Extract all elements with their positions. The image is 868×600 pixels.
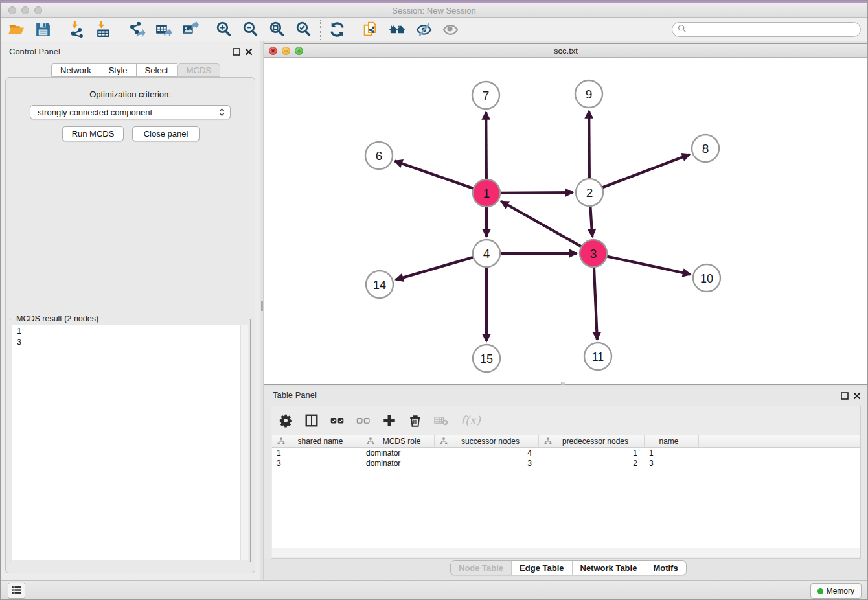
tab-network[interactable]: Network (51, 63, 100, 77)
tab-style[interactable]: Style (100, 63, 137, 77)
column-header-name[interactable]: name (645, 435, 699, 447)
edge-2-3[interactable] (590, 206, 592, 237)
select-all-columns-icon[interactable] (330, 413, 345, 428)
column-header-MCDS-role[interactable]: MCDS role (361, 435, 435, 447)
delete-table-icon (433, 413, 449, 428)
column-header-label: MCDS role (377, 437, 431, 446)
node-label-6: 6 (376, 149, 383, 163)
run-mcds-button[interactable]: Run MCDS (62, 126, 124, 141)
edge-1-7[interactable] (486, 112, 486, 179)
window-title: Session: New Session (1, 6, 867, 16)
node-label-11: 11 (592, 351, 604, 363)
network-view-titlebar[interactable]: scc.txt (264, 44, 867, 58)
search-input[interactable] (689, 25, 855, 35)
show-columns-icon[interactable] (304, 413, 319, 428)
node-label-4: 4 (483, 247, 490, 260)
table-row[interactable]: 3dominator323 (272, 458, 860, 468)
zoom-selected-icon[interactable] (294, 20, 313, 39)
clone-network-icon[interactable] (361, 20, 380, 39)
table-cell[interactable]: 1 (645, 448, 699, 458)
eye-slash-icon[interactable] (415, 20, 433, 39)
table-cell[interactable]: 3 (435, 458, 539, 468)
optimization-criterion-label: Optimization criterion: (6, 89, 255, 99)
mcds-panel: Optimization criterion: strongly connect… (5, 77, 255, 573)
node-table: shared nameMCDS rolesuccessor nodesprede… (272, 435, 860, 548)
table-cell[interactable]: dominator (361, 448, 435, 458)
open-folder-icon[interactable] (7, 20, 26, 39)
table-cell[interactable]: 4 (435, 448, 539, 458)
tab-edge-table[interactable]: Edge Table (511, 561, 571, 575)
export-table-icon[interactable] (154, 20, 173, 39)
zoom-out-icon[interactable] (241, 20, 260, 39)
unselect-all-columns-icon[interactable] (356, 413, 371, 428)
column-header-label: predecessor nodes (554, 437, 641, 446)
table-horizontal-scrollbar[interactable] (272, 548, 860, 557)
network-graph: 7968124314101511 (264, 58, 867, 384)
memory-button[interactable]: Memory (810, 583, 862, 599)
edge-2-8[interactable] (602, 154, 690, 187)
toolbar-group (328, 20, 347, 39)
tab-mcds[interactable]: MCDS (177, 63, 220, 77)
table-settings-gear-icon[interactable] (278, 413, 293, 428)
zoom-fit-icon[interactable] (268, 20, 286, 39)
add-column-icon[interactable] (382, 413, 397, 428)
close-panel-button[interactable]: Close panel (132, 126, 200, 141)
edge-4-14[interactable] (396, 257, 474, 280)
application-window: Session: New Session Control Panel Netwo… (0, 0, 868, 600)
function-builder-icon: f(x) (461, 413, 481, 427)
memory-label: Memory (827, 586, 854, 595)
window-resize-grip[interactable] (561, 382, 565, 385)
edge-1-6[interactable] (395, 161, 474, 189)
edge-3-10[interactable] (607, 256, 691, 274)
save-icon[interactable] (34, 20, 52, 39)
control-panel-tabs: NetworkStyleSelectMCDS (51, 63, 220, 77)
import-network-icon[interactable] (67, 20, 86, 39)
search-box[interactable] (672, 22, 861, 37)
refresh-icon[interactable] (328, 20, 347, 39)
column-header-successor-nodes[interactable]: successor nodes (435, 435, 539, 447)
table-row[interactable]: 1dominator411 (272, 448, 860, 458)
mcds-result-group: MCDS result (2 nodes) 13 (10, 319, 251, 562)
edge-2-9[interactable] (589, 111, 589, 179)
task-list-icon (11, 585, 22, 597)
delete-column-trash-icon[interactable] (407, 413, 423, 428)
tab-select[interactable]: Select (137, 63, 177, 77)
column-header-predecessor-nodes[interactable]: predecessor nodes (539, 435, 645, 447)
network-canvas[interactable]: 7968124314101511 (264, 58, 867, 384)
toolbar-group (128, 20, 200, 39)
table-cell[interactable]: dominator (361, 458, 435, 468)
tab-motifs[interactable]: Motifs (645, 561, 685, 575)
control-panel-title: Control Panel (9, 47, 60, 56)
criterion-dropdown[interactable]: strongly connected component (30, 105, 231, 119)
close-table-panel-icon[interactable] (853, 391, 861, 398)
float-table-panel-icon[interactable] (841, 391, 849, 398)
export-network-icon[interactable] (128, 20, 146, 39)
column-header-shared-name[interactable]: shared name (272, 435, 361, 447)
table-cell[interactable]: 3 (272, 458, 361, 468)
edge-1-2[interactable] (500, 192, 573, 193)
control-panel-header: Control Panel (1, 41, 260, 60)
divider-grip[interactable] (261, 301, 263, 311)
mcds-result-list[interactable]: 13 (12, 325, 248, 560)
table-cell[interactable]: 3 (645, 458, 699, 468)
table-cell[interactable]: 2 (539, 458, 645, 468)
table-cell[interactable]: 1 (539, 448, 645, 458)
export-image-icon[interactable] (181, 20, 200, 39)
tab-node-table[interactable]: Node Table (451, 561, 511, 575)
node-table-body: 1dominator4113dominator323 (272, 448, 860, 468)
houses-icon[interactable] (388, 20, 407, 39)
edge-3-11[interactable] (594, 267, 597, 340)
result-scrollbar[interactable] (240, 325, 248, 560)
node-label-9: 9 (586, 87, 593, 101)
import-table-icon[interactable] (94, 20, 113, 39)
float-panel-icon[interactable] (233, 47, 240, 54)
window-titlebar: Session: New Session (1, 3, 867, 18)
table-cell[interactable]: 1 (272, 448, 361, 458)
zoom-in-icon[interactable] (214, 20, 233, 39)
tab-network-table[interactable]: Network Table (572, 561, 645, 575)
task-history-button[interactable] (8, 583, 25, 599)
toolbar-separator (354, 20, 354, 40)
close-panel-icon[interactable] (245, 47, 253, 54)
edge-3-1[interactable] (501, 202, 582, 247)
toolbar-group (361, 20, 460, 39)
